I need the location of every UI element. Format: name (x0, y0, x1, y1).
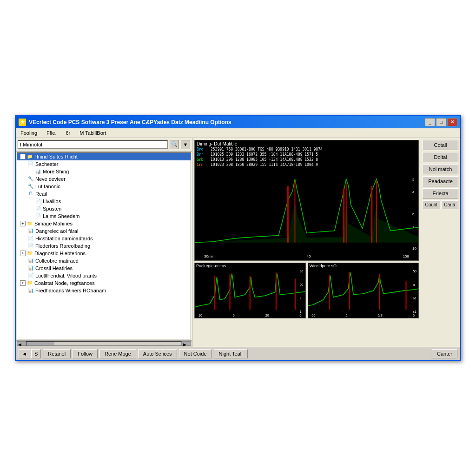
row-label-brr: Brr (197, 152, 208, 157)
bottom-charts: Puclregie-onitus 10 6 (194, 263, 419, 318)
maximize-button[interactable]: □ (436, 118, 446, 126)
carla-button[interactable]: Carla (441, 200, 459, 209)
menu-fooling[interactable]: Fooling (19, 129, 39, 137)
canter-button[interactable]: Canter (432, 349, 457, 358)
scroll-left-btn[interactable]: ◄ (17, 341, 26, 346)
tree-expander-18[interactable]: + (20, 280, 26, 286)
folder-icon: 📁 (26, 153, 33, 160)
tree-node-4[interactable]: 🔧 Neve devieer (17, 175, 191, 183)
tree-node-10[interactable]: + 📁 Simage Mahines (17, 220, 191, 227)
left-panel: 🔍 ▼ - 📁 Hnind Suites Rlicht 📄 Sachest (16, 138, 192, 347)
sub-chart-1-xlabels: 10 6 20 0 (195, 314, 305, 317)
tree-node-7[interactable]: 📄 Livallios (17, 198, 191, 205)
cotall-button[interactable]: Cotall (423, 140, 458, 150)
auto-sefices-button[interactable]: Auto Sefices (138, 349, 177, 358)
nav-prev-button[interactable]: ◄ (19, 349, 30, 358)
sub-chart-1-title: Puclregie-onitus (195, 263, 305, 269)
y-label-4: 6 (412, 212, 416, 216)
tree-node-2[interactable]: 📄 Sachester (17, 160, 191, 168)
page-icon-2: 🗒 (27, 191, 34, 197)
tree-label-18: Coalstat Node, regfsances (34, 280, 95, 286)
follow-button[interactable]: Follow (73, 349, 98, 358)
tree-node-17[interactable]: 📄 LuctllFendial, Vilood prants (17, 272, 191, 279)
scroll-right-btn[interactable]: ► (182, 341, 191, 346)
doltai-button[interactable]: Doltai (423, 152, 458, 162)
noi-match-button[interactable]: Noi match (423, 164, 458, 174)
tree-node-18[interactable]: + 📁 Coalstat Node, regfsances (17, 279, 191, 287)
tree-node-12[interactable]: 📄 Hicstitation damioadtards (17, 235, 191, 242)
tree-label-12: Hicstitation damioadtards (35, 236, 93, 241)
menu-tablll[interactable]: M TablllBort (78, 129, 108, 137)
sub-chart-1-ylabels: 30 00 s 1 (300, 270, 304, 313)
close-button[interactable]: ✕ (447, 118, 457, 126)
chart-icon-3: 📊 (27, 258, 34, 264)
scroll-thumb[interactable] (26, 342, 54, 345)
scroll-track[interactable] (26, 341, 182, 346)
peadaacte-button[interactable]: Peadaacte (423, 176, 458, 186)
tree-label-19: Fredharcans Winers ROhanam (35, 288, 106, 293)
tree-label-17: LuctllFendial, Vilood prants (35, 273, 97, 278)
search-button[interactable]: 🔍 (170, 140, 179, 149)
page-icon-3: 📄 (35, 198, 41, 205)
search-input[interactable] (18, 140, 168, 149)
count-button[interactable]: Count (423, 200, 440, 209)
chart-icon: 📊 (35, 168, 41, 175)
tree-label-3: More Shing (43, 169, 69, 174)
chart-icon-4: 📊 (27, 265, 34, 271)
tool-icon: 🔧 (27, 176, 34, 182)
tree-expander-1[interactable]: - (20, 154, 26, 159)
tree-node-1[interactable]: - 📁 Hnind Suites Rlicht (17, 153, 191, 160)
tree-label-4: Neve devieer (35, 176, 66, 182)
tree-node-11[interactable]: 📊 Dangreiec aol fáral (17, 227, 191, 235)
nav-next-button[interactable]: S (31, 349, 41, 358)
tree-label-2: Sachester (35, 161, 59, 167)
data-row-crn: Crn 101023 208 1850 28029 155 1114 14A71… (197, 162, 416, 167)
sub-chart-2-title: Wincldpete sO (308, 263, 419, 269)
rene-moge-button[interactable]: Rene Moge (99, 349, 136, 358)
tree-label-7: Livallios (43, 198, 61, 204)
not-coide-button[interactable]: Not Coide (179, 349, 212, 358)
horizontal-scrollbar[interactable]: ◄ ► (16, 340, 192, 347)
search-options-button[interactable]: ▼ (181, 140, 190, 149)
folder-icon-3: 📁 (26, 250, 33, 257)
tree-node-5[interactable]: 🔧 Lut tanonic (17, 183, 191, 190)
tree-node-15[interactable]: 📊 Colleobre matiraed (17, 257, 191, 264)
retanel-button[interactable]: Retanel (43, 349, 71, 358)
tree-node-19[interactable]: 📊 Fredharcans Winers ROhanam (17, 287, 191, 294)
side-buttons: Cotall Doltai Noi match Peadaacte Eriect… (421, 138, 460, 347)
night-teall-button[interactable]: Night Teall (214, 349, 248, 358)
tree-node-6[interactable]: 🗒 Reail (17, 190, 191, 198)
right-panel: Diming- Dut Malible Brd 253991 768 30081… (192, 138, 421, 347)
tree-label-1: Hnind Suites Rlicht (34, 154, 78, 159)
tree-node-3[interactable]: 📊 More Shing (17, 168, 191, 175)
title-bar: ★ VEcrlect Code PCS Software 3 Preser An… (16, 116, 460, 128)
y-label-1: 5 (412, 178, 416, 182)
sub-chart-2: Wincldpete sO 00 5 0/S (308, 263, 419, 318)
tree-expander-10[interactable]: + (20, 221, 26, 226)
app-icon: ★ (19, 119, 26, 126)
chart-y-labels: 5 4 6 7 10 (412, 178, 416, 251)
toolbar-nav: ◄ S (19, 349, 41, 358)
menu-ffile[interactable]: Ffle. (45, 129, 58, 137)
tree-expander-14[interactable]: + (20, 251, 26, 256)
row-label-brd: Brd (197, 147, 208, 152)
tree-node-14[interactable]: + 📁 Diagnostic Hiebterions (17, 250, 191, 257)
tree-scroll[interactable]: - 📁 Hnind Suites Rlicht 📄 Sachester 📊 Mo… (17, 153, 191, 339)
menu-6r[interactable]: 6r (64, 129, 72, 137)
tree-node-9[interactable]: 📄 Laims Sheedem (17, 212, 191, 220)
sub-chart-1-svg (195, 270, 305, 315)
row-values-crn: 101023 208 1850 28029 155 1114 14A718-18… (211, 162, 318, 167)
tree-node-13[interactable]: 📄 Flederfors Rareolbading (17, 242, 191, 250)
minimize-button[interactable]: _ (425, 118, 435, 126)
tree-node-16[interactable]: 📊 Crossil Heatiries (17, 264, 191, 272)
tree-node-8[interactable]: 📄 Spusten (17, 205, 191, 212)
data-row-brd: Brd 253991 768 30081-800 TGS 480 939910 … (197, 147, 416, 152)
row-values-grb: 101013 396 1288 13985 105 -134 14A108.48… (211, 157, 318, 162)
eriecta-button[interactable]: Eriecta (423, 188, 458, 198)
data-row-brr: Brr 101025 309 1233 16072 355 :184 11A18… (197, 152, 416, 157)
tree-label-16: Crossil Heatiries (35, 265, 73, 271)
row-label-grb: Grb (197, 157, 208, 162)
y-label-2: 4 (412, 190, 416, 194)
sub-chart-2-xlabels: 00 5 0/S 6 (308, 314, 419, 317)
tree-container: - 📁 Hnind Suites Rlicht 📄 Sachester 📊 Mo… (17, 152, 191, 339)
